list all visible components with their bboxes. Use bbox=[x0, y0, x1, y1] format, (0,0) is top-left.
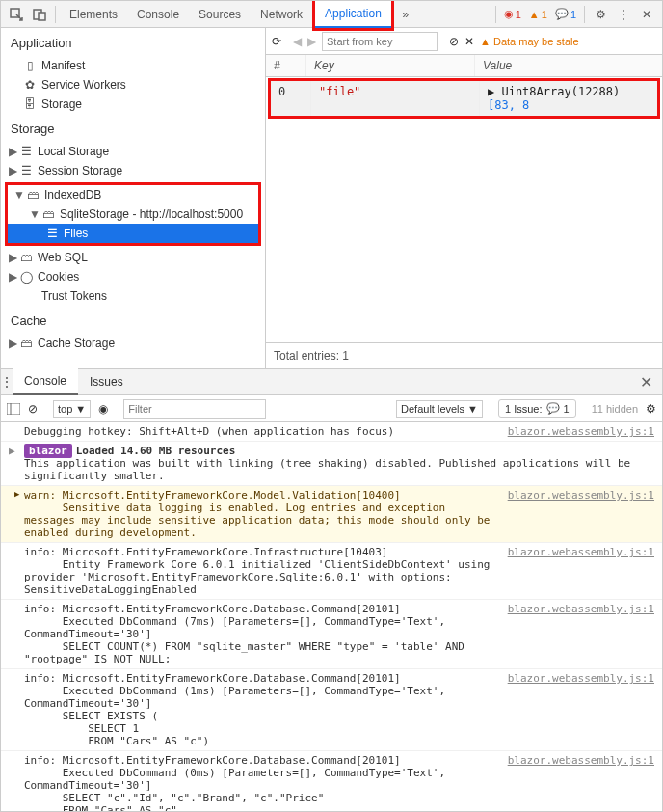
sqlite-storage-item[interactable]: ▼🗃SqliteStorage - http://localhost:5000 bbox=[8, 204, 258, 224]
next-page-icon[interactable]: ▶ bbox=[307, 35, 316, 48]
cache-storage-item[interactable]: ▶🗃Cache Storage bbox=[1, 334, 265, 353]
console-log-row[interactable]: info: Microsoft.EntityFrameworkCore.Infr… bbox=[1, 543, 662, 600]
hidden-count: 11 hidden bbox=[592, 403, 638, 415]
warning-count: 1 bbox=[542, 9, 547, 20]
log-levels-selector[interactable]: Default levels ▼ bbox=[396, 400, 483, 418]
drawer-tab-console[interactable]: Console bbox=[13, 368, 78, 395]
close-devtools-icon[interactable]: ✕ bbox=[635, 3, 658, 26]
cookies-item[interactable]: ▶◯Cookies bbox=[1, 267, 265, 286]
tab-application[interactable]: Application bbox=[315, 1, 391, 28]
error-count: 1 bbox=[516, 9, 521, 20]
manifest-item[interactable]: ▯Manifest bbox=[1, 56, 265, 75]
delete-icon[interactable]: ✕ bbox=[464, 35, 474, 48]
console-log-row[interactable]: ▶blazorLoaded 14.60 MB resourcesThis app… bbox=[1, 442, 662, 486]
log-source-link[interactable]: blazor.webassembly.js:1 bbox=[496, 489, 654, 539]
table-header: # Key Value bbox=[266, 55, 662, 77]
service-workers-item[interactable]: ✿Service Workers bbox=[1, 75, 265, 95]
indexeddb-item[interactable]: ▼🗃IndexedDB bbox=[8, 185, 258, 204]
console-settings-icon[interactable]: ⚙ bbox=[646, 402, 656, 416]
log-source-link[interactable]: blazor.webassembly.js:1 bbox=[496, 672, 654, 747]
stale-warning: ▲ Data may be stale bbox=[480, 36, 579, 47]
app-section-title: Application bbox=[1, 28, 265, 56]
more-menu-icon[interactable]: ⋮ bbox=[612, 3, 635, 26]
console-log-row[interactable]: info: Microsoft.EntityFrameworkCore.Data… bbox=[1, 669, 662, 751]
console-toolbar: ⊘ top ▼ ◉ Default levels ▼ 1 Issue: 💬1 1… bbox=[1, 395, 662, 422]
row-key: "file" bbox=[311, 81, 480, 116]
context-selector[interactable]: top ▼ bbox=[53, 400, 91, 418]
drawer-tabs: ⋮ Console Issues ✕ bbox=[1, 368, 662, 395]
more-tabs-icon[interactable]: » bbox=[394, 3, 417, 26]
console-log-row[interactable]: Debugging hotkey: Shift+Alt+D (when appl… bbox=[1, 422, 662, 442]
col-value[interactable]: Value bbox=[475, 55, 662, 76]
storage-content: ⟳ ◀ ▶ ⊘ ✕ ▲ Data may be stale # Key Valu… bbox=[266, 28, 662, 368]
console-log-row[interactable]: info: Microsoft.EntityFrameworkCore.Data… bbox=[1, 600, 662, 669]
tab-sources[interactable]: Sources bbox=[189, 2, 251, 27]
info-count: 1 bbox=[570, 9, 576, 20]
warning-badge[interactable]: ▲ 1 bbox=[525, 9, 551, 20]
row-value: ▶ Uint8Array(12288) [83, 8 bbox=[480, 81, 657, 116]
col-key[interactable]: Key bbox=[306, 55, 475, 76]
tab-elements[interactable]: Elements bbox=[60, 2, 127, 27]
issues-pill[interactable]: 1 Issue: 💬1 bbox=[498, 399, 576, 418]
log-source-link[interactable]: blazor.webassembly.js:1 bbox=[496, 546, 654, 596]
drawer-tab-issues[interactable]: Issues bbox=[78, 369, 135, 394]
drawer-close-icon[interactable]: ✕ bbox=[630, 373, 662, 392]
tab-network[interactable]: Network bbox=[251, 2, 312, 27]
refresh-icon[interactable]: ⟳ bbox=[272, 35, 281, 48]
inspect-icon[interactable] bbox=[5, 3, 28, 26]
local-storage-item[interactable]: ▶☰Local Storage bbox=[1, 142, 265, 161]
clear-console-icon[interactable]: ⊘ bbox=[28, 402, 38, 416]
row-num: 0 bbox=[271, 81, 311, 116]
live-expression-icon[interactable]: ◉ bbox=[98, 402, 108, 416]
info-badge[interactable]: 💬 1 bbox=[551, 8, 580, 20]
storage-section-title: Storage bbox=[1, 114, 265, 142]
svg-rect-2 bbox=[39, 13, 45, 20]
files-item[interactable]: ☰Files bbox=[8, 224, 258, 243]
total-entries: Total entries: 1 bbox=[266, 342, 662, 368]
console-log-row[interactable]: info: Microsoft.EntityFrameworkCore.Data… bbox=[1, 751, 662, 812]
console-filter-input[interactable] bbox=[123, 399, 266, 419]
console-log-area: Debugging hotkey: Shift+Alt+D (when appl… bbox=[1, 422, 662, 812]
svg-rect-3 bbox=[7, 403, 20, 415]
prev-page-icon[interactable]: ◀ bbox=[293, 35, 302, 48]
col-num[interactable]: # bbox=[266, 55, 306, 76]
console-sidebar-icon[interactable] bbox=[7, 403, 20, 415]
cache-section-title: Cache bbox=[1, 306, 265, 334]
start-from-key-input[interactable] bbox=[322, 32, 438, 51]
devtools-toolbar: Elements Console Sources Network Applica… bbox=[1, 1, 662, 28]
table-row[interactable]: 0 "file" ▶ Uint8Array(12288) [83, 8 bbox=[271, 81, 657, 116]
log-source-link[interactable]: blazor.webassembly.js:1 bbox=[496, 603, 654, 665]
device-toggle-icon[interactable] bbox=[28, 3, 51, 26]
trust-tokens-item[interactable]: Trust Tokens bbox=[1, 286, 265, 306]
session-storage-item[interactable]: ▶☰Session Storage bbox=[1, 161, 265, 180]
websql-item[interactable]: ▶🗃Web SQL bbox=[1, 248, 265, 267]
settings-icon[interactable]: ⚙ bbox=[589, 3, 612, 26]
application-sidebar: Application ▯Manifest ✿Service Workers 🗄… bbox=[1, 28, 266, 368]
log-source-link[interactable]: blazor.webassembly.js:1 bbox=[496, 754, 654, 812]
console-log-row[interactable]: warn: Microsoft.EntityFrameworkCore.Mode… bbox=[1, 486, 662, 543]
drawer-menu-icon[interactable]: ⋮ bbox=[1, 375, 13, 389]
error-badge[interactable]: ◉ 1 bbox=[500, 8, 525, 20]
tab-console[interactable]: Console bbox=[127, 2, 189, 27]
clear-all-icon[interactable]: ⊘ bbox=[449, 35, 459, 48]
storage-toolbar: ⟳ ◀ ▶ ⊘ ✕ ▲ Data may be stale bbox=[266, 28, 662, 55]
storage-item[interactable]: 🗄Storage bbox=[1, 95, 265, 114]
log-source-link[interactable]: blazor.webassembly.js:1 bbox=[496, 425, 654, 438]
